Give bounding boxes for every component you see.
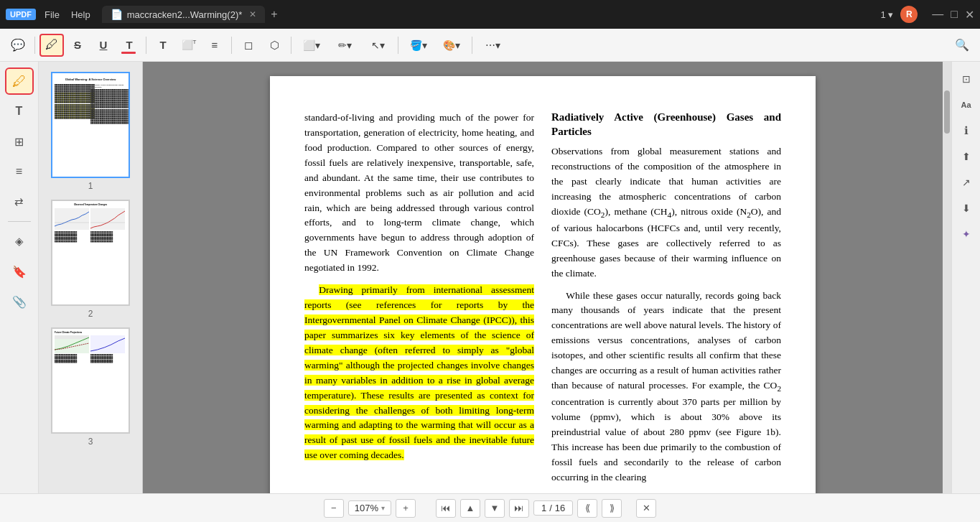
tab-close-button[interactable]: ✕ — [249, 9, 256, 19]
pdf-two-column-layout: standard-of-living and providing much of… — [304, 111, 781, 485]
page-separator: / — [549, 503, 552, 513]
text-tool-button[interactable]: T — [5, 98, 34, 125]
divider2 — [146, 37, 146, 54]
maximize-button[interactable]: □ — [951, 8, 958, 22]
ocr-tool-button[interactable]: ◈ — [5, 228, 34, 255]
version-selector[interactable]: 1 ▾ — [880, 9, 893, 20]
scrollbar[interactable] — [943, 62, 951, 493]
close-button[interactable]: ✕ — [965, 8, 974, 22]
thumb-col2-2: ████████████████████████████████████████… — [90, 207, 125, 243]
attach-tool-button[interactable]: 📎 — [5, 288, 34, 315]
highlighted-block: Drawing primarily from international ass… — [304, 284, 534, 460]
ocr-icon[interactable]: Aa — [955, 93, 978, 116]
svg-rect-3 — [90, 335, 125, 353]
thumbnail-page-2[interactable]: Observed Temperature Changes ███████████… — [39, 195, 142, 323]
thumb-col1-3: ████████████████████████████████████████… — [55, 335, 89, 363]
go-to-last-button[interactable]: ⟫ — [602, 499, 622, 518]
organize-tool-button[interactable]: ≡ — [5, 158, 34, 185]
pdf-right-para-1: Observations from global measurement sta… — [551, 144, 781, 281]
border-color-button[interactable]: 🎨▾ — [436, 34, 467, 57]
zoom-dropdown-icon[interactable]: ▾ — [381, 504, 385, 512]
left-bar-divider — [8, 221, 31, 222]
more-options-button[interactable]: ⋯▾ — [477, 34, 508, 57]
strikethrough-button[interactable]: S — [65, 34, 90, 57]
divider3 — [231, 37, 232, 54]
callout-button[interactable]: ≡ — [202, 34, 227, 57]
thumb-num-3: 3 — [88, 437, 93, 447]
highlight-button[interactable]: 🖊 — [39, 34, 64, 57]
menu-help[interactable]: Help — [71, 9, 90, 20]
scroll-thumb[interactable] — [944, 90, 950, 134]
avatar[interactable]: R — [900, 6, 918, 23]
crop-icon[interactable]: ⊡ — [955, 67, 978, 90]
thumb-chart-4 — [90, 335, 125, 353]
prev-page-button[interactable]: ▲ — [460, 499, 480, 518]
pdf-page: standard-of-living and providing much of… — [270, 76, 816, 493]
text-box2-button[interactable]: ⬜T — [177, 34, 201, 57]
thumb-chart-1 — [55, 208, 89, 230]
eraser-button[interactable]: ◻ — [236, 34, 261, 57]
upload-icon[interactable]: ⬆ — [955, 145, 978, 168]
thumbnail-panel: Global Warming: A Science Overview █████… — [39, 62, 143, 493]
thumb-frame-2: Observed Temperature Changes ███████████… — [51, 200, 130, 306]
thumb-col2-3: ████████████████████████████████████████… — [90, 335, 125, 363]
fill-color-button[interactable]: 🪣▾ — [403, 34, 434, 57]
thumb-frame-3: Future Climate Projections — [51, 327, 130, 434]
zoom-in-button[interactable]: + — [396, 499, 416, 518]
pages-tool-button[interactable]: ⊞ — [5, 128, 34, 155]
zoom-out-button[interactable]: − — [324, 499, 344, 518]
menu-file[interactable]: File — [45, 9, 60, 20]
total-pages: 16 — [555, 503, 565, 513]
thumb-chart-2 — [90, 208, 125, 230]
divider4 — [291, 37, 291, 54]
section-heading: Radiatively Active (Greenhouse) Gases an… — [551, 111, 781, 139]
zoom-display[interactable]: 107% ▾ — [348, 500, 391, 516]
tab-icon: 📄 — [111, 9, 123, 20]
main-area: 🖊 T ⊞ ≡ ⇄ ◈ 🔖 📎 Global Warming: A Scienc… — [0, 62, 980, 493]
thumb-col2-1: Radiatively Active (Greenhouse) Gases an… — [90, 84, 125, 124]
bookmark-tool-button[interactable]: 🔖 — [5, 258, 34, 285]
underline-button[interactable]: U — [91, 34, 116, 57]
new-tab-button[interactable]: + — [271, 8, 277, 21]
pdf-right-para-2: While these gases occur naturally, recor… — [551, 289, 781, 485]
bottom-bar: − 107% ▾ + ⏮ ▲ ▼ ⏭ 1 / 16 ⟪ ⟫ ✕ — [0, 493, 980, 522]
share-icon[interactable]: ↗ — [955, 171, 978, 194]
left-icon-bar: 🖊 T ⊞ ≡ ⇄ ◈ 🔖 📎 — [0, 62, 39, 493]
minimize-button[interactable]: — — [932, 8, 943, 22]
convert-tool-button[interactable]: ⇄ — [5, 188, 34, 215]
thumbnail-page-1[interactable]: Global Warming: A Science Overview █████… — [39, 67, 142, 195]
text-color-button[interactable]: T — [117, 34, 141, 57]
pen-button[interactable]: ✏▾ — [329, 34, 360, 57]
thumbnail-page-3[interactable]: Future Climate Projections — [39, 323, 142, 451]
thumb-heading-3: Future Climate Projections — [55, 331, 126, 334]
ai-assistant-icon[interactable]: ✦ — [955, 223, 978, 246]
go-to-first-button[interactable]: ⟪ — [577, 499, 597, 518]
download-icon[interactable]: ⬇ — [955, 197, 978, 220]
thumb-col1-1: ████████████████████████████████████ ███… — [55, 84, 89, 124]
content-area[interactable]: standard-of-living and providing much of… — [143, 62, 943, 493]
close-bar-button[interactable]: ✕ — [636, 499, 656, 518]
search-button[interactable]: 🔍 — [950, 34, 974, 57]
divider6 — [472, 37, 472, 54]
thumb-content-3: Future Climate Projections — [52, 329, 129, 432]
next-page-button[interactable]: ▼ — [485, 499, 505, 518]
shape-button[interactable]: ⬜▾ — [296, 34, 327, 57]
first-page-button[interactable]: ⏮ — [436, 499, 456, 518]
thumb-col1-2: ████████████████████████████████████████… — [55, 207, 89, 243]
page-display[interactable]: 1 / 16 — [533, 500, 573, 516]
info-icon[interactable]: ℹ — [955, 119, 978, 142]
pdf-left-column: standard-of-living and providing much of… — [304, 111, 534, 485]
stamp-button[interactable]: ⬡ — [262, 34, 286, 57]
zoom-level: 107% — [355, 503, 378, 513]
comment-button[interactable]: 💬 — [6, 34, 30, 57]
thumb-heading-2: Observed Temperature Changes — [55, 203, 126, 206]
thumb-title-1: Global Warming: A Science Overview — [55, 75, 126, 83]
window-controls: — □ ✕ — [932, 8, 974, 22]
active-tab[interactable]: 📄 maccracken2...Warming(2)* ✕ — [102, 6, 266, 23]
toolbar: 💬 🖊 S U T T ⬜T ≡ ◻ ⬡ ⬜▾ ✏▾ ↖▾ 🪣▾ 🎨▾ ⋯▾ 🔍 — [0, 29, 980, 62]
select-button[interactable]: ↖▾ — [362, 34, 393, 57]
last-page-button[interactable]: ⏭ — [509, 499, 529, 518]
highlight-tool-button[interactable]: 🖊 — [5, 67, 34, 95]
right-icon-bar: ⊡ Aa ℹ ⬆ ↗ ⬇ ✦ — [951, 62, 980, 493]
text-box-button[interactable]: T — [151, 34, 175, 57]
